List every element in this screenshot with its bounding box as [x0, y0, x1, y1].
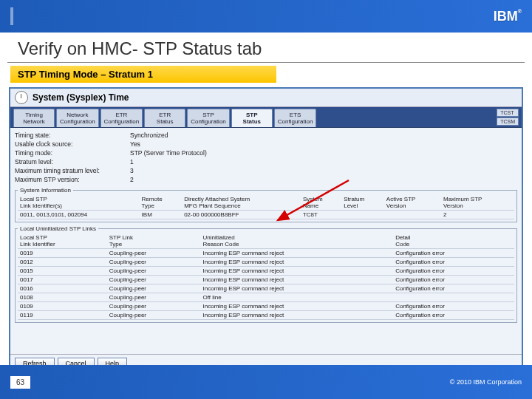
cell: Coupling-peer: [107, 302, 201, 311]
cell: [393, 293, 514, 302]
ibm-text: IBM: [494, 9, 518, 24]
cell: Configuration error: [393, 311, 514, 320]
links-h0: Local STPLink Identifier: [18, 233, 107, 249]
cell: Coupling-peer: [107, 284, 201, 293]
table-row: 0108Coupling-peerOff line: [18, 293, 514, 302]
accent-block: [10, 7, 13, 25]
table-row: 0016Coupling-peerIncoming ESP command re…: [18, 284, 514, 293]
cell: 0019: [18, 249, 107, 258]
cell: Configuration error: [393, 267, 514, 276]
label-usable-clock: Usable clock source:: [15, 140, 126, 149]
tab-etr-configuration[interactable]: ETRConfiguration: [100, 109, 143, 127]
slide-callout: STP Timing Mode – Stratum 1: [10, 66, 276, 83]
links-h3: DetailCode: [393, 233, 514, 249]
table-row: 0019Coupling-peerIncoming ESP command re…: [18, 249, 514, 258]
links-h2: UninitializedReason Code: [201, 233, 394, 249]
label-max-stp-ver: Maximum STP version:: [15, 175, 126, 184]
cell: [341, 211, 384, 219]
cell: 02-00 000000B8BFF: [182, 211, 301, 219]
system-information-group: System Information Local STPLink Identif…: [15, 187, 517, 222]
value-max-stratum: 3: [130, 166, 134, 175]
cell: Configuration error: [393, 276, 514, 284]
cell: Coupling-peer: [107, 267, 201, 276]
sysinfo-h3: SystemName: [301, 195, 341, 211]
copyright: © 2010 IBM Corporation: [450, 378, 522, 386]
slide-title: Verify on HMC- STP Status tab: [7, 33, 525, 63]
cell: 2: [441, 211, 514, 219]
tab-ets-configuration[interactable]: ETSConfiguration: [274, 109, 317, 127]
cell: Incoming ESP command reject: [201, 249, 394, 258]
uninitialized-links-group: Local Uninitialized STP Links Local STPL…: [15, 225, 517, 323]
tab-strip: TimingNetwork NetworkConfiguration ETRCo…: [10, 107, 522, 128]
label-timing-state: Timing state:: [15, 131, 126, 140]
slide-footer: 63 © 2010 IBM Corporation: [0, 365, 532, 399]
cell: 0108: [18, 293, 107, 302]
label-stratum-level: Stratum level:: [15, 157, 126, 166]
system-information-table: Local STPLink Identifier(s) RemoteType D…: [18, 195, 514, 219]
cell: Incoming ESP command reject: [201, 302, 394, 311]
table-row: 0011, 0013,0101, 002094 IBM 02-00 000000…: [18, 211, 514, 219]
value-max-stp-ver: 2: [130, 175, 134, 184]
ibm-logo: IBM®: [494, 9, 522, 24]
cell: 0119: [18, 311, 107, 320]
cell: 0109: [18, 302, 107, 311]
cell: Coupling-peer: [107, 311, 201, 320]
cell: 0012: [18, 258, 107, 267]
cell: Incoming ESP command reject: [201, 276, 394, 284]
tab-body: Timing state:Synchronized Usable clock s…: [10, 128, 522, 374]
cell: Incoming ESP command reject: [201, 284, 394, 293]
uninitialized-links-legend: Local Uninitialized STP Links: [18, 225, 98, 232]
value-stratum-level: 1: [130, 157, 134, 166]
cell: IBM: [140, 211, 183, 219]
cell: Configuration error: [393, 302, 514, 311]
mini-button-tcsm[interactable]: TCSM: [497, 117, 519, 126]
cell: Coupling-peer: [107, 293, 201, 302]
panel-header: System (Sysplex) Time: [10, 89, 522, 107]
cell: 0016: [18, 284, 107, 293]
cell: 0011, 0013,0101, 002094: [18, 211, 140, 219]
clock-icon: [15, 91, 28, 104]
sysinfo-h5: Active STPVersion: [384, 195, 441, 211]
cell: 0015: [18, 267, 107, 276]
cell: Coupling-peer: [107, 276, 201, 284]
mini-button-tcst[interactable]: TCST: [497, 109, 519, 117]
cell: Coupling-peer: [107, 258, 201, 267]
cell: Incoming ESP command reject: [201, 267, 394, 276]
links-h1: STP LinkType: [107, 233, 201, 249]
hmc-panel: System (Sysplex) Time TimingNetwork Netw…: [9, 87, 523, 374]
cell: Incoming ESP command reject: [201, 258, 394, 267]
tab-network-configuration[interactable]: NetworkConfiguration: [56, 109, 99, 127]
sysinfo-h6: Maximum STPVersion: [441, 195, 514, 211]
tab-etr-status[interactable]: ETRStatus: [144, 109, 185, 127]
cell: [384, 211, 441, 219]
label-max-stratum: Maximum timing stratum level:: [15, 166, 126, 175]
cell: Off line: [201, 293, 394, 302]
cell: TC8T: [301, 211, 341, 219]
tab-timing-network[interactable]: TimingNetwork: [13, 109, 55, 127]
table-row: 0017Coupling-peerIncoming ESP command re…: [18, 276, 514, 284]
label-timing-mode: Timing mode:: [15, 149, 126, 157]
tab-stp-status[interactable]: STPStatus: [231, 109, 273, 127]
table-row: 0012Coupling-peerIncoming ESP command re…: [18, 258, 514, 267]
sysinfo-h1: RemoteType: [140, 195, 183, 211]
cell: 0017: [18, 276, 107, 284]
value-timing-mode: STP (Server Time Protocol): [130, 149, 207, 157]
uninitialized-links-table: Local STPLink Identifier STP LinkType Un…: [18, 233, 514, 320]
sysinfo-h2: Directly Attached SystemMFG Plant Sequen…: [182, 195, 301, 211]
slide-topbar: IBM®: [0, 0, 532, 33]
cell: Configuration error: [393, 249, 514, 258]
cell: Configuration error: [393, 258, 514, 267]
table-row: 0109Coupling-peerIncoming ESP command re…: [18, 302, 514, 311]
tab-stp-configuration[interactable]: STPConfiguration: [187, 109, 230, 127]
reg-mark: ®: [518, 9, 522, 14]
cell: Incoming ESP command reject: [201, 311, 394, 320]
table-row: 0119Coupling-peerIncoming ESP command re…: [18, 311, 514, 320]
system-information-legend: System Information: [18, 187, 73, 194]
sysinfo-h0: Local STPLink Identifier(s): [18, 195, 140, 211]
cell: Configuration error: [393, 284, 514, 293]
value-usable-clock: Yes: [130, 140, 140, 149]
sysinfo-h4: StratumLevel: [341, 195, 384, 211]
page-number: 63: [10, 376, 30, 389]
value-timing-state: Synchronized: [130, 131, 168, 140]
table-row: 0015Coupling-peerIncoming ESP command re…: [18, 267, 514, 276]
